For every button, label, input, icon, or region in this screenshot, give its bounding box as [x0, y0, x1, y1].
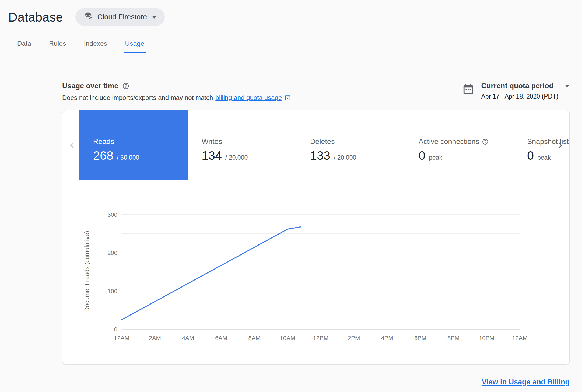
carousel-prev-button[interactable]	[66, 139, 78, 151]
usage-description: Does not include imports/exports and may…	[62, 94, 291, 102]
svg-text:8AM: 8AM	[248, 335, 260, 341]
firestore-icon	[83, 12, 93, 23]
help-icon[interactable]	[122, 82, 129, 90]
svg-text:6AM: 6AM	[215, 335, 227, 341]
metric-value: 0	[419, 149, 425, 163]
usage-header-left: Usage over time Does not include imports…	[62, 82, 291, 102]
metric-limit: / 20,000	[334, 154, 356, 161]
svg-text:200: 200	[107, 250, 117, 256]
tab-usage[interactable]: Usage	[125, 40, 145, 53]
svg-text:2AM: 2AM	[149, 335, 161, 341]
carousel-next-button[interactable]	[554, 139, 566, 151]
metric-tab-active-connections[interactable]: Active connections 0 peak	[405, 110, 513, 180]
metric-tab-writes[interactable]: Writes 134 / 20,000	[188, 110, 296, 180]
svg-text:8PM: 8PM	[447, 335, 460, 341]
title-row: Database Cloud Firestore	[8, 8, 582, 26]
y-axis-label: Document reads (cumulative)	[83, 214, 91, 329]
tab-indexes[interactable]: Indexes	[83, 40, 108, 53]
metric-limit: peak	[537, 154, 551, 161]
calendar-icon	[462, 82, 474, 95]
metric-limit: / 50,000	[117, 154, 139, 161]
usage-description-text: Does not include imports/exports and may…	[62, 94, 213, 102]
svg-text:300: 300	[107, 211, 117, 218]
page-title: Database	[8, 10, 63, 24]
metric-limit: peak	[429, 154, 442, 161]
svg-text:6PM: 6PM	[414, 335, 426, 341]
billing-quota-usage-link[interactable]: billing and quota usage	[215, 94, 282, 102]
chevron-right-icon	[554, 139, 566, 151]
svg-text:0: 0	[114, 326, 117, 333]
help-icon	[482, 138, 489, 145]
reads-line-chart: 010020030012AM2AM4AM6AM8AM10AM12PM2PM4PM…	[103, 211, 550, 346]
product-selector[interactable]: Cloud Firestore	[75, 8, 165, 26]
period-label: Current quota period	[481, 82, 554, 90]
tab-bar: Data Rules Indexes Usage	[17, 40, 582, 53]
svg-text:4PM: 4PM	[381, 335, 393, 341]
svg-text:12PM: 12PM	[313, 335, 328, 341]
page-header: Database Cloud Firestore Data Rules Inde…	[0, 0, 582, 53]
svg-text:2PM: 2PM	[348, 335, 360, 341]
metric-value: 268	[93, 149, 113, 163]
metric-tab-reads[interactable]: Reads 268 / 50,000	[79, 110, 188, 180]
usage-over-time-title: Usage over time	[62, 82, 118, 90]
svg-text:100: 100	[107, 288, 117, 295]
svg-text:4AM: 4AM	[182, 335, 194, 341]
svg-text:12AM: 12AM	[114, 335, 129, 341]
view-usage-billing-link[interactable]: View in Usage and Billing	[482, 378, 570, 386]
product-selector-label: Cloud Firestore	[97, 13, 147, 21]
chevron-down-icon	[152, 16, 157, 19]
footer-row: View in Usage and Billing	[62, 378, 570, 386]
metric-value: 134	[202, 149, 222, 163]
metric-value: 133	[310, 149, 330, 163]
chevron-down-icon	[565, 85, 570, 88]
external-link-icon[interactable]	[284, 94, 291, 101]
metric-label: Reads	[93, 138, 114, 146]
metric-value: 0	[527, 149, 534, 163]
usage-card: Reads 268 / 50,000 Writes 134 / 20,000 D…	[62, 110, 570, 365]
chevron-left-icon	[66, 139, 78, 151]
metric-label: Active connections	[419, 138, 479, 146]
tab-data[interactable]: Data	[17, 40, 32, 53]
tab-rules[interactable]: Rules	[48, 40, 66, 53]
period-selector[interactable]: Current quota period Apr 17 - Apr 18, 20…	[462, 82, 570, 100]
period-selector-text: Current quota period Apr 17 - Apr 18, 20…	[481, 82, 570, 100]
metric-tab-deletes[interactable]: Deletes 133 / 20,000	[296, 110, 405, 180]
firestore-usage-page: Database Cloud Firestore Data Rules Inde…	[0, 0, 582, 386]
svg-text:10PM: 10PM	[479, 335, 494, 341]
metric-label: Writes	[202, 138, 222, 146]
usage-chart: 010020030012AM2AM4AM6AM8AM10AM12PM2PM4PM…	[103, 211, 550, 346]
usage-header: Usage over time Does not include imports…	[62, 82, 570, 102]
main-content: Usage over time Does not include imports…	[0, 82, 582, 386]
metric-limit: / 20,000	[225, 154, 248, 161]
metric-label: Deletes	[310, 138, 335, 146]
svg-text:12AM: 12AM	[512, 335, 527, 341]
svg-text:10AM: 10AM	[280, 335, 295, 341]
metrics-row: Reads 268 / 50,000 Writes 134 / 20,000 D…	[79, 110, 570, 180]
period-range: Apr 17 - Apr 18, 2020 (PDT)	[481, 93, 570, 100]
